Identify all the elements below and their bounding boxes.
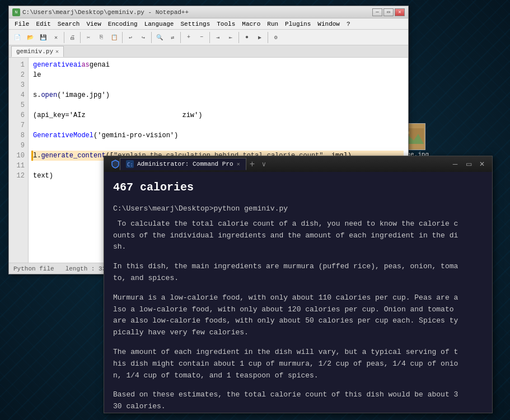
menu-window[interactable]: Window [314,20,343,29]
toolbar-sep-3 [122,32,123,43]
new-file-button[interactable]: 📄 [11,31,24,44]
indent-button[interactable]: ⇥ [212,31,224,44]
toolbar-sep-4 [151,32,152,43]
save-file-button[interactable]: 💾 [37,31,49,44]
replace-button[interactable]: ⇄ [166,31,179,44]
cmd-output-para-3: Murmura is a low-calorie food, with only… [113,292,483,339]
macro-button[interactable]: ● [241,31,253,44]
cut-button[interactable]: ✂ [82,31,95,44]
print-button[interactable]: 🖨 [66,31,78,44]
close-file-button[interactable]: ✕ [50,31,62,44]
menu-encoding[interactable]: Encoding [105,20,141,29]
toolbar-sep-8 [268,32,268,43]
new-tab-button[interactable]: + [246,159,258,169]
cmd-titlebar: C: Administrator: Command Pro ✕ + ∨ ─ ▭ … [104,156,492,172]
restore-button[interactable]: ▭ [383,8,394,16]
desktop: N C:\Users\mearj\Desktop\geminiv.py - No… [0,0,510,420]
cmd-minimize-button[interactable]: ─ [450,158,461,170]
cmd-maximize-button[interactable]: ▭ [463,158,474,170]
menu-language[interactable]: Language [141,20,177,29]
minimize-button[interactable]: ─ [372,8,382,16]
cmd-content[interactable]: 467 calories C:\Users\mearj\Desktop>pyth… [104,172,492,413]
copy-button[interactable]: ⎘ [95,31,107,44]
cmd-close-button[interactable]: ✕ [476,158,488,170]
toolbar-sep-5 [180,32,181,43]
tab-filename: geminiv.py [16,48,53,55]
code-line-2: le [33,70,404,80]
cmd-window: C: Administrator: Command Pro ✕ + ∨ ─ ▭ … [104,156,493,413]
menu-file[interactable]: File [11,20,32,29]
cmd-tab-admin[interactable]: C: Administrator: Command Pro ✕ [120,158,246,170]
cmd-prompt-line: C:\Users\mearj\Desktop>python geminiv.py [113,203,483,215]
menu-plugins[interactable]: Plugins [282,20,314,29]
notepad-win-controls: ─ ▭ ✕ [372,8,405,16]
code-line-9 [33,141,404,151]
code-line-3 [33,80,404,90]
cmd-output-para-1: To calculate the total calorie count of … [113,218,483,253]
cmd-shield-icon [111,160,120,169]
menu-view[interactable]: View [83,20,104,29]
run-macro-button[interactable]: ▶ [254,31,266,44]
paste-button[interactable]: 📋 [108,31,120,44]
code-line-5 [33,100,404,110]
zoom-in-button[interactable]: + [183,31,195,44]
toolbar-sep-7 [238,32,239,43]
tab-options-button[interactable]: ∨ [258,160,270,168]
cmd-win-controls: ─ ▭ ✕ [450,158,488,170]
code-line-6: (api_key='AIz ziw') [33,110,404,120]
redo-button[interactable]: ↪ [137,31,149,44]
status-length: length : 336 [65,265,110,272]
code-line-7 [33,120,404,130]
menu-help[interactable]: ? [343,20,354,29]
notepad-menubar: File Edit Search View Encoding Language … [9,18,408,30]
notepad-window-title: C:\Users\mearj\Desktop\geminiv.py - Note… [22,9,189,16]
cmd-output-para-2: In this dish, the main ingredients are m… [113,261,483,284]
cmd-output-para-4: The amount of each ingredient in the dis… [113,347,483,381]
menu-macro[interactable]: Macro [238,20,264,29]
svg-text:C:: C: [127,162,133,167]
open-file-button[interactable]: 📂 [24,31,36,44]
notepad-toolbar: 📄 📂 💾 ✕ 🖨 ✂ ⎘ 📋 ↩ ↪ 🔍 ⇄ + − ⇥ ⇤ ● ▶ [9,30,408,45]
notepad-title-left: N C:\Users\mearj\Desktop\geminiv.py - No… [12,8,189,16]
settings-button[interactable]: ⚙ [270,31,282,44]
close-button[interactable]: ✕ [395,8,405,16]
toolbar-sep-1 [64,32,64,43]
cmd-output-para-5: Based on these estimates, the total calo… [113,389,483,413]
cmd-tab-title: Administrator: Command Pro [137,161,233,167]
cmd-tabs: C: Administrator: Command Pro ✕ + ∨ [111,158,450,170]
toolbar-sep-6 [209,32,210,43]
find-button[interactable]: 🔍 [153,31,166,44]
menu-edit[interactable]: Edit [32,20,54,29]
tab-close-icon[interactable]: ✕ [55,48,59,55]
notepad-tabbar: geminiv.py ✕ [9,45,408,58]
undo-button[interactable]: ↩ [124,31,137,44]
calories-display: 467 calories [113,179,483,197]
notepad-tab-geminiv[interactable]: geminiv.py ✕ [11,46,64,57]
unindent-button[interactable]: ⇤ [224,31,237,44]
menu-search[interactable]: Search [54,20,83,29]
menu-tools[interactable]: Tools [213,20,238,29]
notepad-app-icon: N [12,8,20,16]
code-line-4: s.open('image.jpg') [33,90,404,100]
status-file-type: Python file [13,265,54,272]
code-line-1: generativeai as genai [33,60,404,70]
menu-settings[interactable]: Settings [177,20,213,29]
menu-run[interactable]: Run [264,20,282,29]
notepad-titlebar: N C:\Users\mearj\Desktop\geminiv.py - No… [9,6,408,18]
zoom-out-button[interactable]: − [195,31,208,44]
code-line-8: GenerativeModel('gemini-pro-vision') [33,130,404,141]
toolbar-sep-2 [80,32,81,43]
line-numbers: 12345 678910 1112 [9,58,29,263]
cmd-tab-close-icon[interactable]: ✕ [237,161,240,167]
